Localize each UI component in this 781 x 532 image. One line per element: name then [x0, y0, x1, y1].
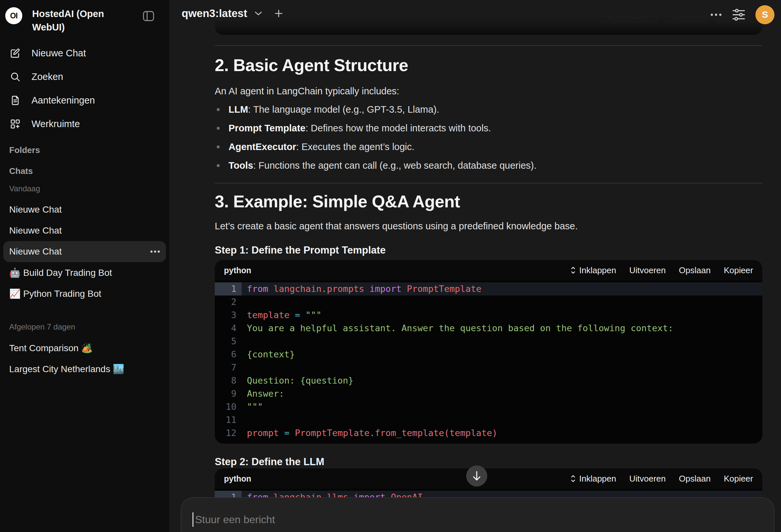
collapse-label: Inklappen: [579, 265, 616, 275]
code-line: 3template = """: [215, 309, 762, 322]
pencil-square-icon: [9, 47, 21, 59]
code-line: 2: [215, 296, 762, 309]
collapse-label: Inklappen: [579, 474, 616, 484]
save-label: Opslaan: [679, 474, 711, 484]
sidebar-item-notes[interactable]: Aantekeningen: [3, 88, 166, 112]
save-button[interactable]: Opslaan: [679, 474, 711, 484]
code-text: You are a helpful assistant. Answer the …: [242, 322, 673, 335]
list-item: Tools: Functions the agent can call (e.g…: [215, 156, 762, 175]
chat-item[interactable]: Tent Comparison 🏕️: [3, 338, 166, 358]
code-text: {context}: [242, 348, 295, 361]
chat-item[interactable]: Largest City Netherlands 🏙️: [3, 358, 166, 379]
code-line: 6{context}: [215, 348, 762, 361]
chat-item[interactable]: Nieuwe Chat: [3, 220, 166, 241]
sidebar-item-label: Nieuwe Chat: [32, 48, 86, 59]
sidebar-item-workspace[interactable]: Werkruimte: [3, 112, 166, 136]
chat-item-title: Tent Comparison 🏕️: [9, 343, 92, 353]
sidebar-section-folders[interactable]: Folders: [0, 136, 169, 157]
model-name: qwen3:latest: [182, 7, 247, 20]
spacer: [0, 304, 169, 316]
code-header: python Inklappen Uitvoeren Opslaan Kopie…: [215, 469, 762, 489]
chat-message-content: 1pip install openai Inklappen Opslaan Ko…: [215, 0, 762, 508]
bullet-term: Tools: [229, 160, 253, 171]
copy-label: Kopieer: [724, 265, 753, 275]
code-line: 1from langchain.prompts import PromptTem…: [215, 282, 762, 296]
list-item: LLM: The language model (e.g., GPT-3.5, …: [215, 100, 762, 119]
copy-button[interactable]: Kopieer: [724, 265, 753, 275]
sidebar-item-search[interactable]: Zoeken: [3, 65, 166, 88]
list-item: Prompt Template: Defines how the model i…: [215, 119, 762, 138]
code-line: 5: [215, 335, 762, 348]
chat-item[interactable]: Nieuwe Chat: [3, 199, 166, 220]
code-text: prompt = PromptTemplate.from_template(te…: [242, 427, 497, 440]
save-label: Opslaan: [679, 265, 711, 275]
step-heading: Step 1: Define the Prompt Template: [215, 244, 762, 257]
bullet-text: : Functions the agent can call (e.g., we…: [253, 160, 536, 171]
code-text: [242, 361, 247, 374]
code-text: [242, 413, 247, 427]
notes-icon: [9, 94, 21, 106]
bullet-term: LLM: [229, 104, 248, 115]
sidebar-section-chats[interactable]: Chats: [0, 157, 169, 178]
app-logo-text: OI: [10, 11, 17, 20]
code-body: 1from langchain.prompts import PromptTem…: [215, 280, 762, 444]
code-text: Answer:: [242, 387, 284, 400]
sidebar-nav: Nieuwe Chat Zoeken: [0, 41, 169, 136]
code-text: template = """: [242, 309, 322, 322]
chat-item[interactable]: 🤖 Build Day Trading Bot: [3, 262, 166, 283]
chat-item-active[interactable]: Nieuwe Chat: [3, 241, 166, 262]
code-language-label: python: [224, 474, 251, 484]
chat-item[interactable]: 📈 Python Trading Bot: [3, 283, 166, 304]
paragraph: An AI agent in LangChain typically inclu…: [215, 85, 762, 98]
line-number: 1: [215, 282, 242, 296]
sidebar-item-new-chat[interactable]: Nieuwe Chat: [3, 41, 166, 65]
sidebar: OI HostedAI (Open WebUI) Nieuwe Chat: [0, 0, 169, 532]
chat-group-today: Vandaag: [0, 178, 169, 194]
save-button[interactable]: Opslaan: [679, 265, 711, 275]
sliders-icon[interactable]: [731, 7, 746, 22]
section-heading: 3. Example: Simple Q&A Agent: [215, 192, 762, 211]
collapse-button[interactable]: Inklappen: [571, 474, 616, 484]
line-number: 12: [215, 427, 242, 440]
scroll-to-bottom-button[interactable]: [466, 466, 487, 486]
code-header: python Inklappen Uitvoeren Opslaan Kopie…: [215, 260, 762, 280]
model-selector[interactable]: qwen3:latest: [182, 7, 283, 20]
run-label: Uitvoeren: [629, 265, 666, 275]
code-text: Question: {question}: [242, 374, 354, 387]
sidebar-toggle-icon[interactable]: [142, 10, 155, 21]
divider: [215, 45, 762, 46]
message-input[interactable]: Stuur een bericht: [181, 497, 774, 532]
sidebar-item-label: Aantekeningen: [32, 95, 95, 106]
app-logo: OI: [5, 7, 22, 24]
collapse-button[interactable]: Inklappen: [571, 265, 616, 275]
ellipsis-icon[interactable]: [710, 13, 722, 16]
step-heading: Step 2: Define the LLM: [215, 455, 762, 469]
chat-item-title: Largest City Netherlands 🏙️: [9, 364, 124, 374]
plus-icon[interactable]: [274, 9, 283, 18]
line-number: 11: [215, 413, 242, 427]
run-button[interactable]: Uitvoeren: [629, 265, 666, 275]
code-text: [242, 335, 247, 348]
user-avatar[interactable]: S: [755, 5, 774, 24]
open-webui-app: OI HostedAI (Open WebUI) Nieuwe Chat: [0, 0, 781, 532]
bullet-term: AgentExecutor: [229, 141, 296, 152]
code-line: 11: [215, 413, 762, 427]
code-line: 10""": [215, 400, 762, 413]
code-line: 7: [215, 361, 762, 374]
sidebar-header: OI HostedAI (Open WebUI): [0, 0, 169, 34]
bullet-text: : Defines how the model interacts with t…: [305, 123, 491, 133]
line-number: 8: [215, 374, 242, 387]
bullet-text: : The language model (e.g., GPT-3.5, Lla…: [248, 104, 439, 115]
chat-main: 1pip install openai Inklappen Opslaan Ko…: [169, 0, 781, 532]
code-text: """: [242, 400, 263, 413]
paragraph: Let’s create a basic agent that answers …: [215, 219, 762, 233]
chat-item-title: 🤖 Build Day Trading Bot: [9, 267, 112, 278]
code-line: 8Question: {question}: [215, 374, 762, 387]
app-title: HostedAI (Open WebUI): [32, 7, 114, 34]
copy-button[interactable]: Kopieer: [724, 474, 753, 484]
run-button[interactable]: Uitvoeren: [629, 474, 666, 484]
top-right-controls: S: [710, 5, 774, 24]
line-number: 6: [215, 348, 242, 361]
ellipsis-icon[interactable]: [150, 250, 160, 253]
line-number: 7: [215, 361, 242, 374]
